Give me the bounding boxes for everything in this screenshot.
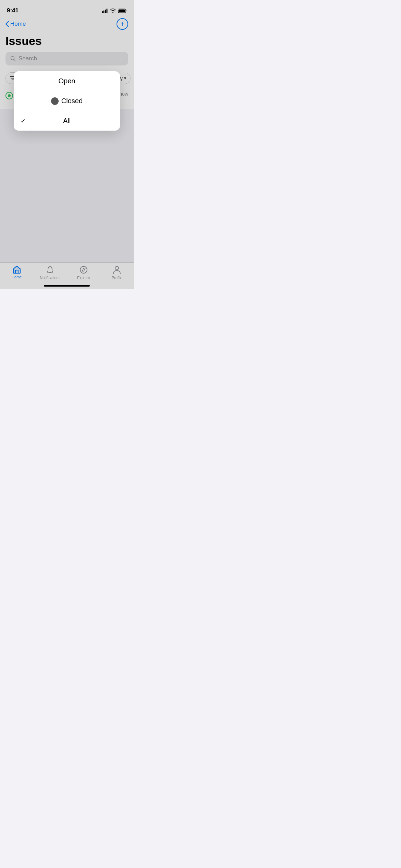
closed-option-label: Closed xyxy=(51,97,83,105)
checkmark-icon: ✓ xyxy=(21,117,26,125)
open-option-label: Open xyxy=(59,77,75,85)
home-indicator xyxy=(44,285,90,287)
dropdown-menu: Open Closed ✓ All xyxy=(14,71,120,131)
closed-dot xyxy=(51,97,59,105)
dropdown-overlay[interactable] xyxy=(0,0,134,289)
all-option-label: All xyxy=(63,117,71,125)
dropdown-item-all[interactable]: ✓ All xyxy=(14,111,120,131)
dropdown-item-open[interactable]: Open xyxy=(14,71,120,91)
dropdown-item-closed[interactable]: Closed xyxy=(14,91,120,111)
